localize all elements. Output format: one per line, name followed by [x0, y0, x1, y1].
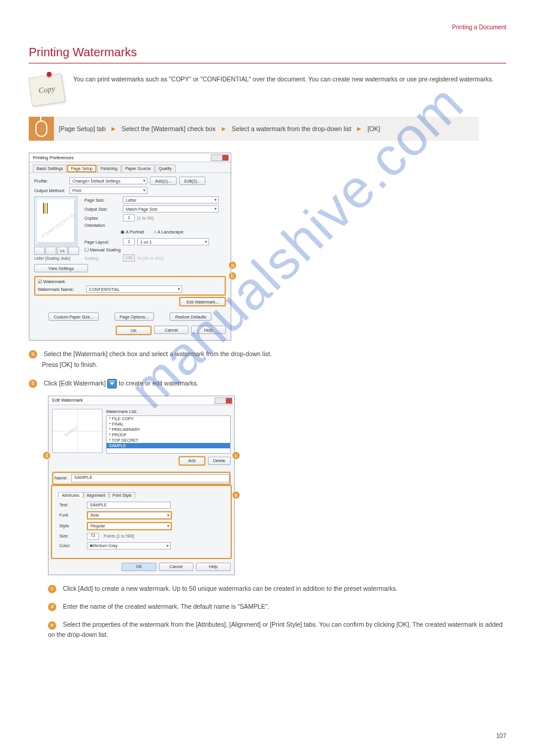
tab-print-style[interactable]: Print Style [109, 492, 135, 498]
marker-b: b [29, 379, 37, 388]
scaling-label: Scaling: [84, 256, 120, 260]
manual-scaling-checkbox[interactable]: ☐ Manual Scaling [84, 247, 120, 253]
output-method-dropdown[interactable]: Print▾ [69, 187, 147, 194]
layout-dropdown[interactable]: 1 on 1▾ [137, 238, 209, 245]
watermark-section: ☑ Watermark Watermark Name: CONFIDENTIAL… [34, 276, 226, 296]
size-hint: Points [1 to 500] [104, 534, 134, 538]
portrait-radio[interactable]: ◉ A Portrait [120, 229, 144, 235]
edit-profile-button[interactable]: Edit(2)... [179, 177, 205, 185]
color-label: Color: [59, 544, 82, 548]
step-bar: [Page Setup] tab ▶ Select the [Watermark… [29, 117, 479, 141]
add-delete-row: Add Delete [106, 456, 231, 466]
name-input[interactable]: SAMPLE [71, 474, 229, 482]
size-label: Size: [59, 534, 82, 538]
view-settings-button[interactable]: View Settings [34, 264, 88, 272]
list-item[interactable]: * PRELIMINARY [107, 427, 230, 432]
cancel-button[interactable]: Cancel [154, 326, 189, 334]
add-profile-button[interactable]: Add(1)... [150, 177, 177, 185]
preview-tools: 1/1 [34, 247, 81, 255]
tool-3[interactable]: 1/1 [57, 247, 68, 255]
restore-defaults-button[interactable]: Restore Defaults [170, 312, 211, 321]
right-column: Page Size: Letter▾ Output Size: Match Pa… [84, 196, 226, 272]
add-watermark-button[interactable]: Add [179, 456, 205, 466]
color-dropdown[interactable]: ■ Medium Gray▾ [87, 542, 171, 549]
output-size-dropdown[interactable]: Match Page Size▾ [123, 205, 219, 212]
tab-paper-source[interactable]: Paper Source [122, 165, 155, 172]
style-dropdown[interactable]: Regular▾ [87, 522, 172, 530]
tab-attributes[interactable]: Attributes [58, 492, 83, 498]
marker-e: e [48, 621, 56, 630]
watermark-preview-text: SAMPLE [64, 426, 77, 437]
custom-paper-button[interactable]: Custom Paper Size... [49, 312, 99, 321]
tab-finishing[interactable]: Finishing [97, 165, 121, 172]
tool-1[interactable] [34, 247, 45, 255]
edit-watermark-button[interactable]: Edit Watermark... [179, 297, 226, 306]
section-link[interactable]: Printing a Document [452, 24, 506, 31]
tab-basic-settings[interactable]: Basic Settings [33, 165, 67, 172]
note-paper: Copy [28, 73, 65, 106]
help-button[interactable]: Help [196, 563, 231, 571]
preview-scale-text: Letter [Scaling: Auto] [34, 256, 81, 260]
para-b-text2: to create or edit watermarks. [119, 379, 198, 387]
copies-input[interactable]: 1 [123, 214, 135, 221]
ok-button[interactable]: OK [116, 326, 152, 335]
para-c: c Click [Add] to create a new watermark.… [48, 584, 506, 593]
list-item[interactable]: * PROOF [107, 432, 230, 438]
ok-button[interactable]: OK [122, 563, 156, 571]
list-item[interactable]: * TOP SECRET [107, 438, 230, 443]
watermark-list[interactable]: * FILE COPY * FINAL * PRELIMINARY * PROO… [106, 415, 231, 454]
step-3: Select a watermark from the drop-down li… [232, 125, 352, 132]
intro-row: Copy You can print watermarks such as "C… [29, 73, 506, 106]
name-label: Name: [55, 475, 68, 481]
close-icon[interactable] [211, 154, 229, 161]
help-button[interactable]: Help [191, 326, 226, 334]
tool-2[interactable] [46, 247, 56, 255]
copies-hint: [1 to 99] [137, 215, 153, 221]
close-icon[interactable] [214, 397, 232, 404]
dialog2-titlebar: Edit Watermark [49, 396, 234, 405]
main-content-row: CONFIDENTIAL 1/1 Letter [Scaling: Auto] … [34, 196, 226, 272]
preview-sheet: CONFIDENTIAL [37, 199, 74, 242]
header-context: Printing a Document [452, 24, 506, 31]
attribute-area-highlight: Attributes Alignment Print Style Text: S… [51, 485, 232, 559]
text-label: Text: [59, 503, 82, 507]
dialog2-title: Edit Watermark [52, 397, 83, 403]
step-sequence: [Page Setup] tab ▶ Select the [Watermark… [54, 125, 380, 132]
tab-alignment[interactable]: Alignment [83, 492, 109, 498]
page-layout-label: Page Layout: [84, 240, 120, 244]
page-title: Printing Watermarks [29, 45, 506, 59]
chevron-right-icon: ▶ [357, 126, 361, 132]
page-options-button[interactable]: Page Options... [114, 312, 154, 321]
cancel-button[interactable]: Cancel [159, 563, 194, 571]
watermark-name-dropdown[interactable]: CONFIDENTIAL▾ [86, 286, 182, 293]
size-input[interactable]: 72 [87, 533, 99, 540]
page-size-label: Page Size: [84, 198, 120, 202]
tab-quality[interactable]: Quality [155, 165, 176, 172]
dialog2-foot-buttons: OK Cancel Help [49, 559, 234, 575]
watermark-name-label: Watermark Name: [38, 287, 74, 292]
step-1: [Page Setup] tab [59, 125, 105, 132]
tool-4[interactable] [68, 247, 79, 255]
text-input[interactable]: SAMPLE [87, 502, 171, 509]
landscape-radio[interactable]: ○ A Landscape [154, 229, 184, 235]
attr-tab-row: Attributes Alignment Print Style [55, 488, 228, 498]
orientation-label: Orientation [84, 223, 120, 227]
list-item[interactable]: * FILE COPY [107, 416, 230, 421]
watermark-checkbox[interactable]: ☑ Watermark [38, 279, 65, 284]
profile-dropdown[interactable]: Change> Default Settings▾ [69, 177, 147, 184]
output-method-row: Output Method: Print▾ [34, 187, 226, 194]
delete-watermark-button[interactable]: Delete [208, 457, 231, 465]
font-label: Font: [59, 513, 82, 517]
list-item-selected[interactable]: SAMPLE [107, 443, 230, 448]
mouse-icon-tile [29, 117, 54, 141]
font-dropdown[interactable]: Arial▾ [87, 511, 172, 520]
list-item[interactable]: * FINAL [107, 421, 230, 427]
marker-a: a [29, 350, 37, 359]
dropdown-arrow-icon [107, 379, 117, 388]
tab-page-setup[interactable]: Page Setup [67, 165, 96, 172]
page-number: 107 [496, 733, 506, 739]
page-preview: CONFIDENTIAL [34, 196, 77, 245]
page-size-dropdown[interactable]: Letter▾ [123, 196, 219, 204]
callout-b: b [228, 272, 237, 280]
para-a: a Select the [Watermark] check box and s… [29, 349, 506, 359]
